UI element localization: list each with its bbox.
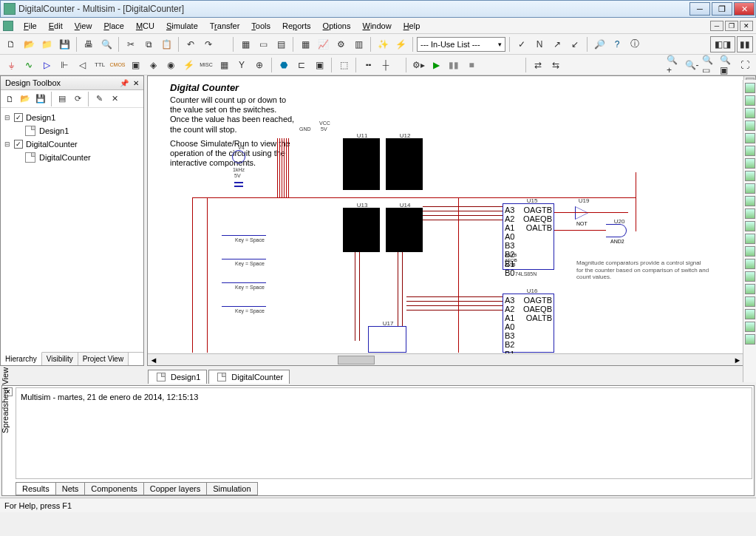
- copy-button[interactable]: ⧉: [140, 36, 157, 52]
- tab-visibility[interactable]: Visibility: [42, 353, 78, 365]
- menu-reports[interactable]: Reports: [276, 20, 317, 32]
- back-button[interactable]: ↙: [567, 36, 583, 52]
- place-rf-button[interactable]: Y: [234, 57, 250, 73]
- erc-button[interactable]: ✓: [514, 36, 530, 52]
- design-tree[interactable]: ⊟✓ Design1 Design1 ⊟✓ DigitalCounter Dig…: [1, 108, 143, 352]
- tree-node-digitalcounter[interactable]: ⊟✓ DigitalCounter: [2, 138, 142, 151]
- run-button[interactable]: ▶: [428, 57, 444, 73]
- place-misc-button[interactable]: MISC: [198, 57, 214, 73]
- menu-simulate[interactable]: Simulate: [160, 20, 204, 32]
- horizontal-scrollbar[interactable]: ◄ ►: [148, 353, 743, 365]
- place-mcu-button[interactable]: ▣: [311, 57, 327, 73]
- dt-delete-button[interactable]: ✕: [107, 92, 122, 106]
- instrument-network[interactable]: [745, 246, 755, 257]
- instrument-logic-analyzer[interactable]: [745, 183, 755, 194]
- doc-tab-digitalcounter[interactable]: DigitalCounter: [208, 370, 290, 384]
- find-button[interactable]: 🔎: [591, 36, 607, 52]
- instrument-agilent-scope[interactable]: [745, 284, 755, 294]
- instrument-iv[interactable]: [745, 208, 755, 219]
- menu-options[interactable]: Options: [317, 20, 357, 32]
- spreadsheet-button[interactable]: ▤: [273, 36, 289, 52]
- tab-project-view[interactable]: Project View: [78, 353, 129, 365]
- switch-icon[interactable]: ◧◨: [710, 36, 735, 52]
- instrument-logic-conv[interactable]: [745, 196, 755, 206]
- place-connector-button[interactable]: ⊏: [293, 57, 310, 73]
- place-mixed-button[interactable]: ◈: [145, 57, 161, 73]
- panel-close-icon[interactable]: ✕: [133, 79, 139, 87]
- tab-hierarchy[interactable]: Hierarchy: [1, 352, 42, 365]
- instrument-wattmeter[interactable]: [745, 108, 755, 118]
- menu-place[interactable]: Place: [98, 20, 130, 32]
- instrument-tek-scope[interactable]: [745, 296, 755, 307]
- place-indicator-button[interactable]: ◉: [163, 57, 179, 73]
- fullscreen-button[interactable]: ⛶: [737, 57, 753, 73]
- tree-leaf-digitalcounter[interactable]: DigitalCounter: [2, 151, 142, 164]
- menu-transfer[interactable]: Transfer: [204, 20, 246, 32]
- doc-tab-design1[interactable]: Design1: [148, 370, 207, 384]
- dt-rename-button[interactable]: ✎: [92, 92, 106, 106]
- instrument-bode[interactable]: [745, 146, 755, 156]
- maximize-button[interactable]: ❐: [712, 2, 732, 16]
- mdi-minimize[interactable]: ─: [710, 21, 723, 31]
- options-b-button[interactable]: ⇆: [548, 57, 564, 73]
- spread-tab-copper[interactable]: Copper layers: [143, 482, 207, 495]
- spreadsheet-close-icon[interactable]: ✕: [4, 387, 13, 396]
- grapher-button[interactable]: 📈: [315, 36, 331, 52]
- close-button[interactable]: ✕: [734, 2, 755, 16]
- open-button[interactable]: 📂: [21, 36, 37, 52]
- place-electromech-button[interactable]: ⊕: [251, 57, 268, 73]
- instrument-current-probe[interactable]: [745, 334, 755, 345]
- dt-save-button[interactable]: 💾: [33, 92, 48, 106]
- interactive-sim-button[interactable]: ⚙▸: [410, 57, 426, 73]
- instrument-4ch-scope[interactable]: [745, 133, 755, 143]
- paste-button[interactable]: 📋: [158, 36, 174, 52]
- info-button[interactable]: ⓘ: [627, 36, 643, 52]
- new-button[interactable]: 🗋: [3, 36, 19, 52]
- place-power-button[interactable]: ⚡: [180, 57, 197, 73]
- instrument-funcgen[interactable]: [745, 95, 755, 106]
- zoom-fit-button[interactable]: 🔍▣: [719, 57, 735, 73]
- place-ni-button[interactable]: ⬣: [276, 57, 292, 73]
- stop-button[interactable]: ■: [463, 57, 480, 73]
- instrument-agilent-mm[interactable]: [745, 271, 755, 282]
- bus-button[interactable]: ╍: [360, 57, 376, 73]
- help-button[interactable]: ?: [609, 36, 625, 52]
- spread-tab-nets[interactable]: Nets: [55, 482, 86, 495]
- pause-button[interactable]: ▮▮: [446, 57, 462, 73]
- place-diode-button[interactable]: ▷: [38, 57, 55, 73]
- instrument-multimeter[interactable]: [745, 83, 755, 93]
- schematic-canvas[interactable]: Digital Counter Counter will count up or…: [148, 76, 743, 353]
- place-ttl-button[interactable]: TTL: [92, 57, 108, 73]
- menu-edit[interactable]: Edit: [43, 20, 69, 32]
- place-advanced-button[interactable]: ▦: [216, 57, 232, 73]
- netlist-button[interactable]: N: [531, 36, 548, 52]
- redo-button[interactable]: ↷: [200, 36, 217, 52]
- open-samples-button[interactable]: 📁: [38, 36, 55, 52]
- menu-help[interactable]: Help: [398, 20, 426, 32]
- toggle-border-button[interactable]: ▭: [255, 36, 271, 52]
- spread-tab-components[interactable]: Components: [84, 482, 143, 495]
- instrument-elvis[interactable]: [745, 322, 755, 332]
- place-misc-digital-button[interactable]: ▣: [127, 57, 143, 73]
- pause-sim-icon[interactable]: ▮▮: [737, 36, 753, 52]
- postproc-button[interactable]: ⚙: [333, 36, 349, 52]
- zoom-out-button[interactable]: 🔍-: [684, 57, 700, 73]
- options-a-button[interactable]: ⇄: [530, 57, 546, 73]
- place-source-button[interactable]: ⏚: [3, 57, 19, 73]
- junction-button[interactable]: ┼: [378, 57, 394, 73]
- database-button[interactable]: ▦: [297, 36, 313, 52]
- place-basic-button[interactable]: ∿: [21, 57, 37, 73]
- zoom-in-button[interactable]: 🔍+: [666, 57, 682, 73]
- electrical-rules-button[interactable]: ⚡: [392, 36, 409, 52]
- menu-window[interactable]: Window: [356, 20, 397, 32]
- menu-file[interactable]: File: [18, 20, 43, 32]
- save-button[interactable]: 💾: [56, 36, 72, 52]
- dt-layers-button[interactable]: ▤: [55, 92, 69, 106]
- dt-open-button[interactable]: 📂: [18, 92, 33, 106]
- instrument-labview[interactable]: [745, 309, 755, 319]
- in-use-list-combo[interactable]: --- In-Use List ---: [417, 37, 505, 52]
- place-analog-button[interactable]: ◁: [74, 57, 90, 73]
- instrument-spectrum[interactable]: [745, 234, 755, 244]
- mdi-restore[interactable]: ❐: [725, 21, 738, 31]
- place-cmos-button[interactable]: CMOS: [109, 57, 126, 73]
